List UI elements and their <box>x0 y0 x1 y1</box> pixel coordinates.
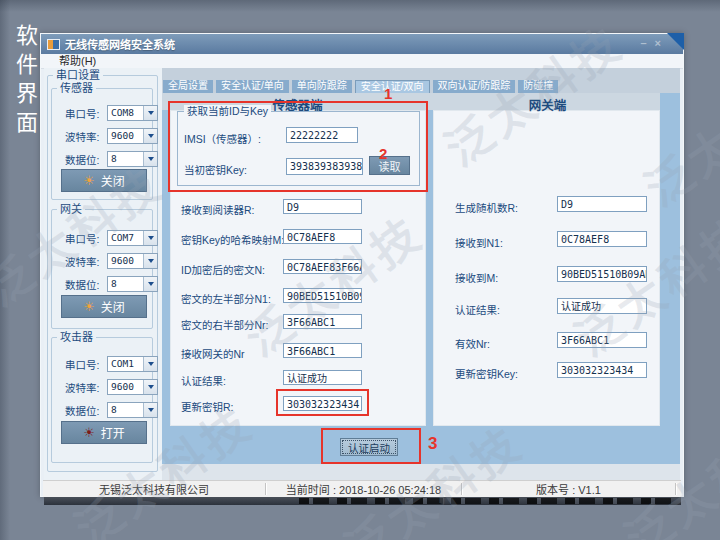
menu-item-help[interactable]: 帮助(H) <box>59 55 96 67</box>
attacker-baud-select[interactable]: 9600 <box>107 379 158 395</box>
taskbar-sliver-marks <box>299 498 679 504</box>
field-input[interactable]: 0C78AEF8 <box>283 229 362 244</box>
gateway-close-port-button[interactable]: ☀ 关闭 <box>61 295 147 318</box>
app-icon <box>47 39 60 50</box>
baud-label: 波特率: <box>65 380 105 395</box>
slide-side-title: 软件界面 <box>8 24 40 140</box>
chevron-down-icon[interactable] <box>143 231 157 245</box>
group-sensor-serial-label: 传感器 <box>57 82 96 95</box>
field-label: 密钥Key的哈希映射M: <box>181 232 284 247</box>
field-label: 接收到M: <box>455 270 498 285</box>
baud-label: 波特率: <box>65 254 105 269</box>
imsi-input[interactable]: 22222222 <box>286 127 358 143</box>
attacker-databits-row: 数据位: 8 <box>65 402 158 418</box>
field-input[interactable]: 3F66ABC1 <box>283 314 362 329</box>
databits-label: 数据位: <box>65 152 105 167</box>
title-bar[interactable]: 无线传感网络安全系统 – × <box>41 34 683 54</box>
page-fold-decoration <box>667 33 684 50</box>
field-input[interactable]: 303032323434 <box>283 396 362 411</box>
sensor-close-port-button[interactable]: ☀ 关闭 <box>61 169 147 192</box>
bottom-strip <box>162 464 680 480</box>
sensor-baud-row: 波特率: 9600 <box>65 128 158 144</box>
top-vignette <box>0 0 720 12</box>
gateway-baud-select[interactable]: 9600 <box>107 253 158 269</box>
sensor-databits-select[interactable]: 8 <box>107 151 158 167</box>
sun-icon: ☀ <box>83 174 95 187</box>
group-attacker-serial: 攻击器 串口号: COM1 波特率: 9600 数据位: 8 ☀ 打开 <box>51 337 153 463</box>
field-label: 密文的右半部分Nr: <box>181 317 269 332</box>
field-input[interactable]: 3F66ABC1 <box>283 343 362 358</box>
databits-label: 数据位: <box>65 403 105 418</box>
group-sensor-serial: 传感器 串口号: COM8 波特率: 9600 数据位: 8 ☀ 关闭 <box>51 88 153 200</box>
group-get-id-key-label: 获取当前ID与Key <box>184 105 271 118</box>
close-button[interactable]: × <box>655 37 661 50</box>
field-label: ID加密后的密文N: <box>181 262 265 277</box>
minimize-button[interactable]: – <box>640 37 646 50</box>
sensor-baud-select[interactable]: 9600 <box>107 128 158 144</box>
port-label: 串口号: <box>65 357 105 372</box>
gateway-databits-row: 数据位: 8 <box>65 276 158 292</box>
chevron-down-icon[interactable] <box>143 357 157 371</box>
chevron-down-icon[interactable] <box>143 403 157 417</box>
databits-label: 数据位: <box>65 277 105 292</box>
field-input[interactable]: 0C78AEF8 <box>557 231 647 247</box>
status-current-time: 当前时间 : 2018-10-26 05:24:18 <box>266 481 461 497</box>
status-version: 版本号 : V1.1 <box>462 481 675 497</box>
status-bar: 无锡泛太科技有限公司 当前时间 : 2018-10-26 05:24:18 版本… <box>43 480 681 497</box>
field-input[interactable]: D9 <box>557 196 647 212</box>
chevron-down-icon[interactable] <box>143 254 157 268</box>
field-input[interactable]: 90BED51510B09AD5 <box>557 266 647 282</box>
gateway-panel-header: 网关端 <box>495 95 600 114</box>
attacker-databits-select[interactable]: 8 <box>107 402 158 418</box>
sun-icon: ☀ <box>83 300 95 313</box>
group-serial-settings-label: 串口设置 <box>53 69 103 82</box>
field-label: 认证结果: <box>181 373 226 388</box>
read-button[interactable]: 读取 <box>369 156 410 175</box>
status-divider <box>675 483 676 495</box>
auth-start-button[interactable]: 认证启动 <box>340 438 398 456</box>
field-label: 有效Nr: <box>455 336 490 351</box>
field-label: 接收网关的Nr <box>181 346 245 361</box>
sun-icon: ☀ <box>83 426 95 439</box>
field-label: 接收到阅读器R: <box>181 202 255 217</box>
field-input[interactable]: 3F66ABC1 <box>557 332 647 348</box>
group-gateway-serial-label: 网关 <box>57 203 85 216</box>
field-input[interactable]: 认证成功 <box>283 370 362 385</box>
field-input[interactable]: 90BED51510B09AD5 <box>283 288 362 303</box>
status-company: 无锡泛太科技有限公司 <box>43 481 265 497</box>
gateway-databits-select[interactable]: 8 <box>107 276 158 292</box>
tab-strip: 全局设置 安全认证/单向 单向防跟踪 安全认证/双向 双向认证/防跟踪 防碰撞 <box>163 80 558 93</box>
window-title: 无线传感网络安全系统 <box>65 36 175 52</box>
annotation-step-2: 2 <box>379 145 387 162</box>
field-input[interactable]: 303032323434 <box>557 362 647 378</box>
attacker-port-select[interactable]: COM1 <box>107 356 158 372</box>
field-input[interactable]: D9 <box>283 199 362 214</box>
chevron-down-icon[interactable] <box>143 152 157 166</box>
field-input[interactable]: 0C78AEF83F66ABC1 <box>283 259 362 274</box>
gateway-port-row: 串口号: COM7 <box>65 230 158 246</box>
port-label: 串口号: <box>65 231 105 246</box>
tab-oneway-antitracking[interactable]: 单向防跟踪 <box>292 80 352 93</box>
initial-key-label: 当初密钥Key: <box>184 162 247 177</box>
chevron-down-icon[interactable] <box>143 129 157 143</box>
group-attacker-serial-label: 攻击器 <box>57 331 96 344</box>
imsi-label: IMSI（传感器）: <box>184 131 261 146</box>
chevron-down-icon[interactable] <box>143 277 157 291</box>
chevron-down-icon[interactable] <box>143 380 157 394</box>
group-gateway-serial: 网关 串口号: COM7 波特率: 9600 数据位: 8 ☀ 关闭 <box>51 209 153 329</box>
chevron-down-icon[interactable] <box>143 106 157 120</box>
attacker-open-port-button[interactable]: ☀ 打开 <box>61 421 147 444</box>
tab-anticollision[interactable]: 防碰撞 <box>518 80 558 93</box>
tab-global-settings[interactable]: 全局设置 <box>163 80 213 93</box>
tab-auth-oneway[interactable]: 安全认证/单向 <box>216 80 289 93</box>
sensor-port-select[interactable]: COM8 <box>107 105 158 121</box>
sensor-databits-row: 数据位: 8 <box>65 151 158 167</box>
field-label: 接收到N1: <box>455 235 503 250</box>
menu-bar: 帮助(H) <box>41 54 683 69</box>
field-input[interactable]: 认证成功 <box>557 298 647 314</box>
gateway-port-select[interactable]: COM7 <box>107 230 158 246</box>
taskbar-sliver <box>44 497 681 505</box>
annotation-step-3: 3 <box>428 434 437 454</box>
tab-twoway-auth-antitracking[interactable]: 双向认证/防跟踪 <box>433 80 516 93</box>
initial-key-input[interactable]: 393839383938 <box>286 158 363 175</box>
